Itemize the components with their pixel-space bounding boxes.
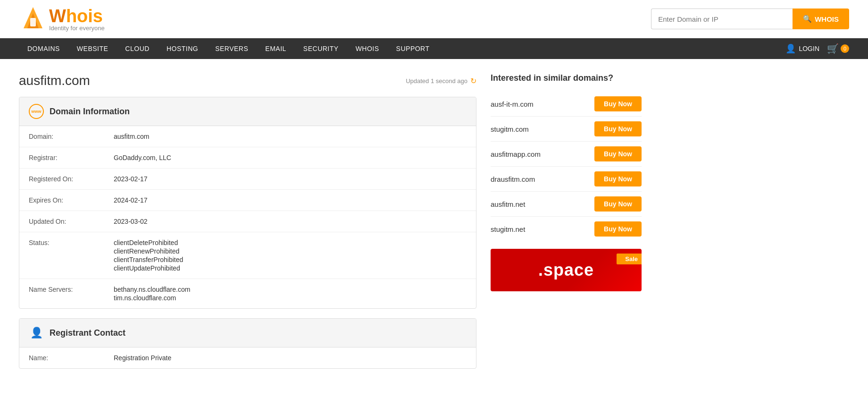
similar-domain-row: stugitm.net Buy Now <box>491 217 642 241</box>
status-list: clientDeleteProhibited clientRenewProhib… <box>114 239 467 272</box>
nav-item-hosting[interactable]: HOSTING <box>158 38 207 59</box>
logo-hois: hois <box>66 6 103 26</box>
nameservers-list: bethany.ns.cloudflare.com tim.ns.cloudfl… <box>114 286 467 302</box>
logo: W hois Identity for everyone <box>19 5 105 33</box>
table-row: Registrar: GoDaddy.com, LLC <box>19 147 476 169</box>
field-value: GoDaddy.com, LLC <box>104 147 476 169</box>
person-icon: 👤 <box>29 325 44 340</box>
registrant-card-title: Registrant Contact <box>50 328 125 338</box>
similar-domain-row: ausfitmapp.com Buy Now <box>491 142 642 167</box>
user-icon: 👤 <box>785 43 796 54</box>
table-row: Domain: ausfitm.com <box>19 126 476 147</box>
search-icon: 🔍 <box>803 15 812 23</box>
registrant-card: 👤 Registrant Contact Name: Registration … <box>19 318 476 369</box>
login-button[interactable]: 👤 LOGIN <box>785 43 819 54</box>
buy-now-button[interactable]: Buy Now <box>594 221 642 237</box>
domain-info-card-title: Domain Information <box>50 107 130 117</box>
cart-button[interactable]: 🛒 0 <box>827 43 849 54</box>
field-value: 2023-03-02 <box>104 211 476 232</box>
field-label: Updated On: <box>19 211 104 232</box>
login-label: LOGIN <box>799 45 819 52</box>
logo-text: W hois Identity for everyone <box>49 6 105 32</box>
updated-text: Updated 1 second ago <box>406 77 467 85</box>
similar-domain-name: ausfitmapp.com <box>491 150 541 158</box>
sale-ribbon: Sale <box>617 254 642 264</box>
table-row: Registered On: 2023-02-17 <box>19 169 476 190</box>
www-icon: www <box>29 104 44 119</box>
similar-domain-row: drausfitm.com Buy Now <box>491 167 642 192</box>
similar-title: Interested in similar domains? <box>491 73 642 83</box>
nav-item-security[interactable]: SECURITY <box>295 38 347 59</box>
similar-domain-name: ausfitm.net <box>491 200 525 208</box>
table-row-nameservers: Name Servers: bethany.ns.cloudflare.com … <box>19 279 476 309</box>
nav-left: DOMAINS WEBSITE CLOUD HOSTING SERVERS EM… <box>19 38 438 59</box>
table-row: Expires On: 2024-02-17 <box>19 190 476 211</box>
field-value: 2023-02-17 <box>104 169 476 190</box>
status-item: clientDeleteProhibited <box>114 239 467 246</box>
field-label: Registered On: <box>19 169 104 190</box>
search-btn-label: WHOIS <box>815 15 839 23</box>
left-panel: ausfitm.com Updated 1 second ago ↻ www D… <box>19 73 476 369</box>
nav-item-support[interactable]: SUPPORT <box>388 38 438 59</box>
buy-now-button[interactable]: Buy Now <box>594 96 642 111</box>
buy-now-button[interactable]: Buy Now <box>594 146 642 161</box>
table-row: Updated On: 2023-03-02 <box>19 211 476 232</box>
nav-item-cloud[interactable]: CLOUD <box>117 38 158 59</box>
table-row: Name: Registration Private <box>19 347 476 368</box>
search-area: 🔍 WHOIS <box>651 8 849 29</box>
field-value: Registration Private <box>104 347 476 368</box>
nav-item-email[interactable]: EMAIL <box>257 38 295 59</box>
field-label: Domain: <box>19 126 104 147</box>
domain-title-row: ausfitm.com Updated 1 second ago ↻ <box>19 73 476 88</box>
domain-info-table: Domain: ausfitm.com Registrar: GoDaddy.c… <box>19 126 476 308</box>
field-value-nameservers: bethany.ns.cloudflare.com tim.ns.cloudfl… <box>104 279 476 309</box>
logo-w: W <box>49 6 66 26</box>
main-content: ausfitm.com Updated 1 second ago ↻ www D… <box>0 59 660 383</box>
nameserver-item: tim.ns.cloudflare.com <box>114 294 467 302</box>
field-value-status: clientDeleteProhibited clientRenewProhib… <box>104 232 476 279</box>
domain-title: ausfitm.com <box>19 73 90 88</box>
domain-info-card: www Domain Information Domain: ausfitm.c… <box>19 97 476 309</box>
field-label: Status: <box>19 232 104 279</box>
similar-domain-row: stugitm.com Buy Now <box>491 117 642 142</box>
field-label: Name Servers: <box>19 279 104 309</box>
svg-rect-2 <box>30 18 36 26</box>
nav-right: 👤 LOGIN 🛒 0 <box>785 43 849 54</box>
field-label: Expires On: <box>19 190 104 211</box>
nav-item-website[interactable]: WEBSITE <box>68 38 117 59</box>
cart-icon: 🛒 <box>827 43 839 54</box>
similar-domain-name: drausfitm.com <box>491 175 535 183</box>
header: W hois Identity for everyone 🔍 WHOIS <box>0 0 868 38</box>
buy-now-button[interactable]: Buy Now <box>594 121 642 136</box>
field-label: Name: <box>19 347 104 368</box>
cart-count: 0 <box>841 44 849 53</box>
field-value: 2024-02-17 <box>104 190 476 211</box>
nav: DOMAINS WEBSITE CLOUD HOSTING SERVERS EM… <box>0 38 868 59</box>
similar-domain-name: stugitm.net <box>491 225 525 233</box>
field-value: ausfitm.com <box>104 126 476 147</box>
similar-domain-name: stugitm.com <box>491 125 529 133</box>
buy-now-button[interactable]: Buy Now <box>594 171 642 186</box>
similar-domains-list: ausf-it-m.com Buy Now stugitm.com Buy No… <box>491 92 642 241</box>
nav-item-whois[interactable]: WHOIS <box>347 38 388 59</box>
status-item: clientRenewProhibited <box>114 247 467 255</box>
sale-banner[interactable]: Sale .space <box>491 249 642 291</box>
registrant-table: Name: Registration Private <box>19 347 476 368</box>
nameserver-item: bethany.ns.cloudflare.com <box>114 286 467 293</box>
status-item: clientTransferProhibited <box>114 256 467 263</box>
buy-now-button[interactable]: Buy Now <box>594 196 642 212</box>
logo-icon <box>19 5 47 33</box>
domain-info-card-header: www Domain Information <box>19 97 476 126</box>
table-row-status: Status: clientDeleteProhibited clientRen… <box>19 232 476 279</box>
logo-tagline: Identity for everyone <box>49 25 105 32</box>
search-button[interactable]: 🔍 WHOIS <box>793 8 849 29</box>
nav-item-domains[interactable]: DOMAINS <box>19 38 68 59</box>
similar-domain-name: ausf-it-m.com <box>491 100 534 108</box>
search-input[interactable] <box>651 8 793 29</box>
nav-item-servers[interactable]: SERVERS <box>207 38 257 59</box>
similar-domain-row: ausfitm.net Buy Now <box>491 192 642 217</box>
field-label: Registrar: <box>19 147 104 169</box>
status-item: clientUpdateProhibited <box>114 264 467 272</box>
refresh-icon[interactable]: ↻ <box>470 76 476 85</box>
right-panel: Interested in similar domains? ausf-it-m… <box>491 73 642 369</box>
